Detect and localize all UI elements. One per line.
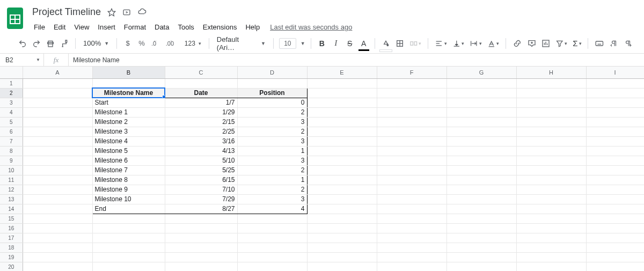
font-dropdown[interactable]: Default (Ari…▼ — [215, 37, 268, 50]
cell-F14[interactable] — [377, 204, 447, 214]
redo-button[interactable] — [31, 37, 42, 50]
cell-D5[interactable]: 3 — [237, 117, 307, 127]
cell-B2[interactable]: Milestone Name — [92, 88, 165, 98]
cell-D6[interactable]: 2 — [237, 127, 307, 136]
cell-F17[interactable] — [377, 233, 447, 243]
cell-H8[interactable] — [516, 146, 586, 156]
cell-I12[interactable] — [586, 185, 644, 194]
more-formats-dropdown[interactable]: 123▾ — [182, 37, 203, 50]
cell-B3[interactable]: Start — [92, 98, 165, 107]
cell-C12[interactable]: 7/10 — [165, 185, 237, 194]
cell-H6[interactable] — [516, 127, 586, 136]
row-header-11[interactable]: 11 — [0, 175, 23, 185]
cell-I14[interactable] — [586, 204, 644, 214]
cell-A16[interactable] — [23, 223, 92, 233]
spreadsheet-grid[interactable]: ABCDEFGHI12Milestone NameDatePosition3St… — [0, 67, 644, 271]
cell-F7[interactable] — [377, 136, 447, 146]
cell-H17[interactable] — [516, 233, 586, 243]
cell-G5[interactable] — [447, 117, 516, 127]
cell-I9[interactable] — [586, 156, 644, 165]
text-wrap-button[interactable]: ▾ — [469, 37, 483, 50]
cell-G7[interactable] — [447, 136, 516, 146]
cell-D11[interactable]: 1 — [237, 175, 307, 185]
row-header-14[interactable]: 14 — [0, 204, 23, 214]
cell-H20[interactable] — [516, 262, 586, 271]
column-header-A[interactable]: A — [23, 67, 92, 78]
cell-C19[interactable] — [165, 252, 237, 262]
filter-button[interactable]: ▾ — [554, 37, 569, 50]
cell-I1[interactable] — [586, 78, 644, 88]
select-all-corner[interactable] — [0, 67, 23, 78]
cell-A7[interactable] — [23, 136, 92, 146]
cell-D17[interactable] — [237, 233, 307, 243]
vertical-align-button[interactable]: ▾ — [451, 37, 466, 50]
cell-H2[interactable] — [516, 88, 586, 98]
cell-I16[interactable] — [586, 223, 644, 233]
cell-E17[interactable] — [307, 233, 377, 243]
cell-B7[interactable]: Milestone 4 — [92, 136, 165, 146]
cell-B9[interactable]: Milestone 6 — [92, 156, 165, 165]
cell-F8[interactable] — [377, 146, 447, 156]
undo-button[interactable] — [17, 37, 28, 50]
cell-B1[interactable] — [92, 78, 165, 88]
cell-G13[interactable] — [447, 194, 516, 204]
cell-G15[interactable] — [447, 214, 516, 223]
cell-E11[interactable] — [307, 175, 377, 185]
insert-chart-button[interactable] — [540, 37, 551, 50]
cell-D19[interactable] — [237, 252, 307, 262]
cell-A4[interactable] — [23, 107, 92, 117]
cell-B10[interactable]: Milestone 7 — [92, 165, 165, 175]
row-header-4[interactable]: 4 — [0, 107, 23, 117]
row-header-1[interactable]: 1 — [0, 78, 23, 88]
cell-I13[interactable] — [586, 194, 644, 204]
cell-D7[interactable]: 3 — [237, 136, 307, 146]
cell-H4[interactable] — [516, 107, 586, 117]
cell-I11[interactable] — [586, 175, 644, 185]
text-color-button[interactable]: A — [358, 37, 369, 50]
cell-A20[interactable] — [23, 262, 92, 271]
menu-data[interactable]: Data — [151, 21, 173, 33]
menu-help[interactable]: Help — [241, 21, 264, 33]
menu-file[interactable]: File — [30, 21, 49, 33]
cell-I8[interactable] — [586, 146, 644, 156]
cell-I18[interactable] — [586, 243, 644, 252]
cell-G10[interactable] — [447, 165, 516, 175]
cell-D12[interactable]: 2 — [237, 185, 307, 194]
cell-G3[interactable] — [447, 98, 516, 107]
cell-D9[interactable]: 3 — [237, 156, 307, 165]
cell-F12[interactable] — [377, 185, 447, 194]
cell-I17[interactable] — [586, 233, 644, 243]
cell-B13[interactable]: Milestone 10 — [92, 194, 165, 204]
cell-G4[interactable] — [447, 107, 516, 117]
cell-G8[interactable] — [447, 146, 516, 156]
cell-D18[interactable] — [237, 243, 307, 252]
cell-F5[interactable] — [377, 117, 447, 127]
cell-B12[interactable]: Milestone 9 — [92, 185, 165, 194]
menu-extensions[interactable]: Extensions — [199, 21, 241, 33]
cell-C8[interactable]: 4/13 — [165, 146, 237, 156]
cell-G9[interactable] — [447, 156, 516, 165]
menu-view[interactable]: View — [70, 21, 93, 33]
cell-C15[interactable] — [165, 214, 237, 223]
cell-E20[interactable] — [307, 262, 377, 271]
cell-E8[interactable] — [307, 146, 377, 156]
cell-E9[interactable] — [307, 156, 377, 165]
cell-B4[interactable]: Milestone 1 — [92, 107, 165, 117]
cell-F19[interactable] — [377, 252, 447, 262]
cell-G19[interactable] — [447, 252, 516, 262]
cell-G1[interactable] — [447, 78, 516, 88]
cell-G20[interactable] — [447, 262, 516, 271]
row-header-8[interactable]: 8 — [0, 146, 23, 156]
cell-G16[interactable] — [447, 223, 516, 233]
column-header-G[interactable]: G — [447, 67, 516, 78]
cell-F9[interactable] — [377, 156, 447, 165]
cell-F6[interactable] — [377, 127, 447, 136]
cell-I19[interactable] — [586, 252, 644, 262]
cell-E12[interactable] — [307, 185, 377, 194]
row-header-6[interactable]: 6 — [0, 127, 23, 136]
cell-F15[interactable] — [377, 214, 447, 223]
cell-B8[interactable]: Milestone 5 — [92, 146, 165, 156]
insert-comment-button[interactable] — [526, 37, 537, 50]
cell-I6[interactable] — [586, 127, 644, 136]
row-header-3[interactable]: 3 — [0, 98, 23, 107]
